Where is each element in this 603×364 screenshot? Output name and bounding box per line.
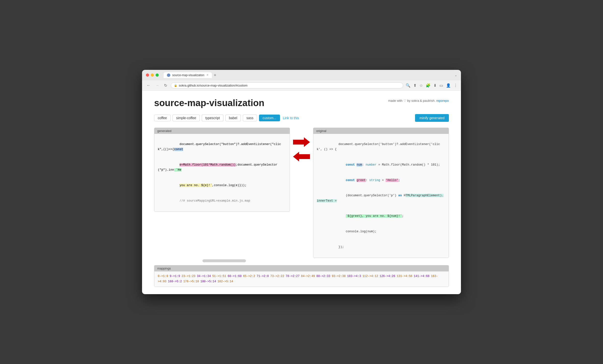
mapping-item: 23->1:23 <box>181 275 196 278</box>
code-line-3: you are no. ${e}!`,console.log(e)})); <box>158 178 286 193</box>
generated-panel: generated document.querySelector("button… <box>154 128 290 212</box>
mapping-item: 168->5:2 <box>168 280 182 283</box>
original-panel: original document.querySelector('button'… <box>313 128 449 258</box>
presets-bar: coffee simple-coffee typescript babel sa… <box>154 114 449 122</box>
preset-custom[interactable]: custom... <box>259 115 280 121</box>
repo-link[interactable]: repo <box>436 99 443 103</box>
navbar: ← → ↻ 🔒 sokra.github.io/source-map-visua… <box>142 81 461 91</box>
mappings-body: 0->1:09->1:923->1:2334->1:3451->1:5160->… <box>154 271 449 287</box>
address-bar[interactable]: 🔒 sokra.github.io/source-map-visualizati… <box>171 82 403 88</box>
menu-icon[interactable]: ⋮ <box>454 83 458 88</box>
search-icon[interactable]: 🔍 <box>406 83 410 88</box>
made-with-text: made with ♡ by sokra & paulirish. <box>388 99 436 103</box>
nav-actions: 🔍 ⬆ ☆ 🧩 ⬇ ▭ 👤 ⋮ <box>406 83 458 88</box>
maximize-button[interactable] <box>156 73 159 77</box>
title-bar: source-map-visualization ✕ + ⌄ <box>142 70 461 81</box>
mapping-item: 176->5:10 <box>183 280 199 283</box>
lock-icon: 🔒 <box>174 84 177 87</box>
repo-link-label[interactable]: repo <box>443 99 449 103</box>
code-line-4: //# sourceMappingURL=example.min.js.map <box>158 193 286 209</box>
mapping-item: 73->2:22 <box>270 275 284 278</box>
orig-line-2: const num: number = Math.floor(Math.rand… <box>317 157 445 173</box>
browser-window: source-map-visualization ✕ + ⌄ ← → ↻ 🔒 s… <box>142 70 461 294</box>
horizontal-scrollbar[interactable] <box>202 259 246 262</box>
original-panel-body: document.querySelector('button')?.addEve… <box>313 134 449 258</box>
svg-marker-1 <box>293 152 310 162</box>
mapping-item: 103->4:3 <box>347 275 361 278</box>
bookmark-icon[interactable]: ☆ <box>419 83 423 88</box>
mapping-item: 65->2:2 <box>243 275 255 278</box>
download-icon[interactable]: ⬇ <box>433 83 437 88</box>
svg-marker-0 <box>293 137 310 147</box>
mapping-item: 84->2:49 <box>301 275 315 278</box>
tab-title: source-map-visualization <box>172 73 204 77</box>
minimize-button[interactable] <box>151 73 154 77</box>
orig-line-4: (document.querySelector('p') as HTMLPara… <box>317 188 445 209</box>
mapping-item: 78->2:27 <box>286 275 300 278</box>
back-button[interactable]: ← <box>145 83 152 88</box>
share-icon[interactable]: ⬆ <box>413 83 417 88</box>
preset-typescript[interactable]: typescript <box>202 115 223 121</box>
orig-line-3: const greet: string = 'Hello'; <box>317 173 445 188</box>
mappings-header: mappings <box>154 265 449 271</box>
original-panel-header: original <box>313 128 449 134</box>
orig-line-5: `${greet}, you are no. ${num}!`; <box>317 209 445 224</box>
mapping-item: 93->2:38 <box>332 275 346 278</box>
code-line-2: e=Math.floor(101*Math.random());document… <box>158 157 286 178</box>
mapping-item: 0->1:0 <box>158 275 168 278</box>
tab-more-button[interactable]: ⌄ <box>455 73 457 77</box>
attribution: made with ♡ by sokra & paulirish. repore… <box>388 99 449 103</box>
mapping-item: 51->1:51 <box>212 275 226 278</box>
page-content: source-map-visualization made with ♡ by … <box>142 91 461 294</box>
generated-panel-body: document.querySelector("button")?.addEve… <box>154 134 290 212</box>
page-header: source-map-visualization made with ♡ by … <box>154 98 449 108</box>
orig-line-1: document.querySelector('button')?.addEve… <box>317 137 445 157</box>
orig-line-7: }); <box>317 239 445 255</box>
page-title: source-map-visualization <box>154 98 264 108</box>
mapping-item: 141->4:68 <box>414 275 429 278</box>
mapping-item: 131->4:56 <box>397 275 412 278</box>
preset-sass[interactable]: sass <box>243 115 257 121</box>
forward-button[interactable]: → <box>154 83 160 88</box>
mapping-item: 180->5:14 <box>200 280 216 283</box>
profile-icon[interactable]: 👤 <box>446 83 451 88</box>
url-text: sokra.github.io/source-map-visualization… <box>179 84 248 87</box>
reload-button[interactable]: ↻ <box>163 83 168 88</box>
close-button[interactable] <box>146 73 149 77</box>
tab-favicon <box>167 73 170 77</box>
preset-simple-coffee[interactable]: simple-coffee <box>173 115 200 121</box>
mapping-item: 34->1:34 <box>197 275 211 278</box>
mapping-item: 88->2:33 <box>316 275 330 278</box>
extensions-icon[interactable]: 🧩 <box>426 83 430 88</box>
mapping-item: 182->5:14 <box>217 280 233 283</box>
orig-line-6: console.log(num); <box>317 224 445 239</box>
mapping-item: 60->1:60 <box>228 275 242 278</box>
generated-panel-header: generated <box>154 128 290 134</box>
mapping-item: 112->4:12 <box>362 275 378 278</box>
mapping-item: 71->2:8 <box>256 275 269 278</box>
preset-coffee[interactable]: coffee <box>154 115 171 121</box>
panels-container: generated document.querySelector("button… <box>154 128 449 258</box>
minify-button[interactable]: minify generated <box>415 114 449 122</box>
reader-icon[interactable]: ▭ <box>440 83 443 88</box>
arrows-section <box>292 128 311 162</box>
right-arrow-icon <box>293 137 310 147</box>
mappings-section: mappings 0->1:09->1:923->1:2334->1:3451-… <box>154 265 449 287</box>
mapping-item: 9->1:9 <box>170 275 180 278</box>
left-arrow-icon <box>293 152 310 162</box>
new-tab-button[interactable]: + <box>214 73 217 77</box>
tab-bar: source-map-visualization ✕ + ⌄ <box>163 72 457 78</box>
traffic-lights <box>146 73 159 77</box>
active-tab[interactable]: source-map-visualization ✕ <box>163 72 212 78</box>
code-line-1: document.querySelector("button")?.addEve… <box>158 137 286 157</box>
link-to-this[interactable]: Link to this <box>283 116 299 120</box>
preset-babel[interactable]: babel <box>225 115 241 121</box>
mapping-item: 126->4:26 <box>380 275 395 278</box>
tab-close-button[interactable]: ✕ <box>206 73 209 77</box>
